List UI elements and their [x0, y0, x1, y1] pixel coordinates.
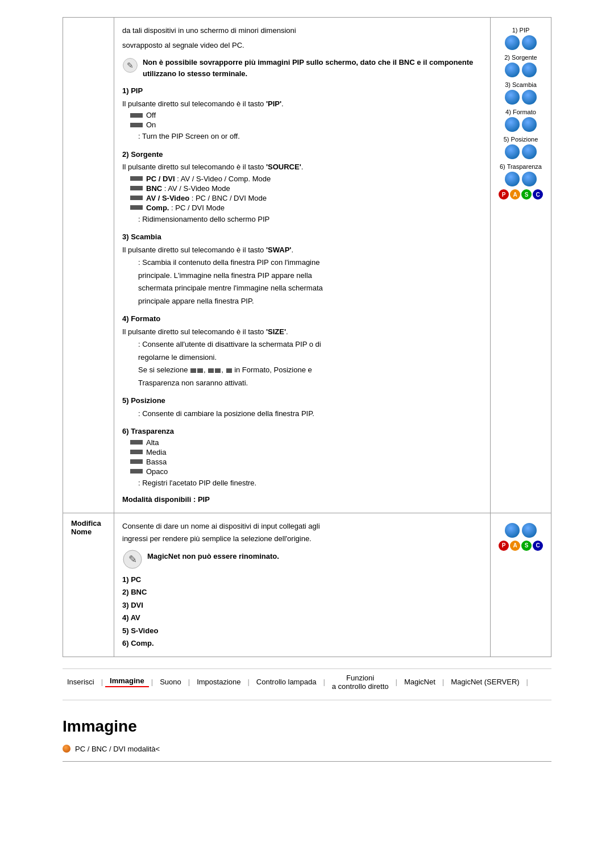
- scambia-buttons: [499, 89, 543, 105]
- right-icons-cell-modifica: P A S C: [491, 513, 551, 657]
- posizione-title: 5) Posizione: [122, 395, 482, 406]
- note-box-2: ✎ MagicNet non può essere rinominato.: [122, 549, 482, 570]
- modifica-pasc-a: A: [510, 541, 520, 551]
- top-line2: sovrapposto al segnale video del PC.: [122, 40, 482, 51]
- formato-btn-2: [522, 117, 537, 132]
- modifica-nome-content: Consente di dare un nome ai dispositivi …: [114, 513, 491, 657]
- modifica-item-5: 5) S-Video: [122, 625, 482, 637]
- modifica-btn-2: [522, 523, 537, 538]
- pasc-a: A: [510, 189, 520, 200]
- formato-buttons: [499, 117, 543, 132]
- sorgente-title: 2) Sorgente: [122, 149, 482, 160]
- sorgente-buttons: [499, 62, 543, 78]
- bottom-nav: Inserisci | Immagine | Suono | Impostazi…: [63, 668, 551, 695]
- modifica-pasc-s: S: [521, 541, 532, 551]
- nav-funzioni[interactable]: Funzionia controllo diretto: [327, 674, 393, 691]
- dash-icon-s3: [130, 196, 143, 200]
- right-icon-posizione: 5) Posizione: [499, 136, 543, 160]
- dash-icon-s2: [130, 186, 143, 190]
- trasparenza-btn-1: [505, 172, 520, 186]
- pip-buttons: [499, 35, 543, 51]
- right-label-scambia: 3) Scambia: [499, 81, 543, 88]
- nav-magicnet[interactable]: MagicNet: [400, 678, 440, 686]
- bullet-item-1: PC / BNC / DVI modalità<: [63, 745, 551, 753]
- modifica-item-6: 6) Comp.: [122, 638, 482, 649]
- right-icon-sorgente: 2) Sorgente: [499, 54, 543, 78]
- top-line1: da tali dispositivi in uno schermo di mi…: [122, 25, 482, 36]
- modifica-pasc-c: C: [533, 541, 543, 551]
- right-icons-cell-pip: 1) PIP 2) Sorgente 3) Scambia: [491, 18, 551, 513]
- nav-immagine[interactable]: Immagine: [105, 676, 149, 687]
- sq5: [226, 368, 232, 373]
- right-icon-formato: 4) Formato: [499, 109, 543, 132]
- modalita-text: Modalità disponibili : PIP: [122, 494, 482, 505]
- right-label-posizione: 5) Posizione: [499, 136, 543, 143]
- scambia-btn-1: [505, 90, 520, 105]
- formato-title: 4) Formato: [122, 313, 482, 325]
- dash-icon-s1: [130, 176, 143, 181]
- bullet-text: PC / BNC / DVI modalità<: [75, 745, 160, 753]
- nav-inserisci[interactable]: Inserisci: [63, 678, 99, 686]
- dash-icon-t1: [130, 440, 143, 445]
- scambia-desc1: : Scambia il contenuto della finestra PI…: [138, 257, 482, 268]
- formato-desc3: Se si selezione , , in Formato, Posizion…: [138, 364, 482, 376]
- scambia-desc3: schermata principale mentre l'immagine n…: [138, 283, 482, 294]
- scambia-desc2: principale. L'immagine nella finestra PI…: [138, 270, 482, 281]
- nav-impostazione[interactable]: Impostazione: [192, 678, 245, 686]
- dash-icon-t2: [130, 450, 143, 454]
- pasc-p: P: [499, 189, 509, 200]
- modifica-item-1: 1) PC: [122, 574, 482, 585]
- main-content-table: da tali dispositivi in uno schermo di mi…: [63, 17, 551, 657]
- bullet-circle: [63, 745, 70, 753]
- trasparenza-desc: : Registri l'acetato PIP delle finestre.: [138, 477, 482, 489]
- note-text-2: MagicNet non può essere rinominato.: [147, 551, 279, 562]
- pip-on-row: On: [130, 121, 482, 129]
- nav-controllo[interactable]: Controllo lampada: [252, 678, 321, 686]
- modifica-desc1: Consente di dare un nome ai dispositivi …: [122, 521, 482, 532]
- nav-magicnet-server[interactable]: MagicNet (SERVER): [446, 678, 524, 686]
- right-icon-scambia: 3) Scambia: [499, 81, 543, 105]
- modifica-nome-label-cell: Modifica Nome: [63, 513, 114, 657]
- formato-desc4: Trasparenza non saranno attivati.: [138, 377, 482, 389]
- modifica-desc2: ingressi per rendere più semplice la sel…: [122, 533, 482, 545]
- pip-title: 1) PIP: [122, 85, 482, 97]
- modifica-item-3: 3) DVI: [122, 600, 482, 611]
- sq3: [208, 368, 214, 373]
- sorgente-btn-2: [522, 63, 537, 77]
- posizione-buttons: [499, 144, 543, 160]
- pip-desc: : Turn the PIP Screen on or off.: [138, 131, 482, 142]
- modifica-item-4: 4) AV: [122, 612, 482, 624]
- trasparenza-item-media: Media: [130, 448, 482, 456]
- right-label-trasparenza: 6) Trasparenza: [499, 163, 543, 170]
- note-icon-1: ✎: [122, 55, 138, 76]
- pip-on-label: On: [146, 121, 156, 129]
- pasc-c: C: [533, 189, 543, 200]
- page-title-section: Immagine PC / BNC / DVI modalità<: [63, 717, 551, 762]
- trasparenza-item-bassa: Bassa: [130, 458, 482, 466]
- right-icon-modifica: P A S C: [499, 522, 543, 551]
- right-icon-pip: 1) PIP: [499, 27, 543, 51]
- note-text-1: Non è possibile sovrapporre più immagini…: [143, 57, 482, 79]
- page-title: Immagine: [63, 717, 551, 736]
- scambia-title: 3) Scambia: [122, 231, 482, 243]
- sorgente-item-3: AV / S-Video : PC / BNC / DVI Mode: [130, 194, 482, 202]
- sorgente-item-4: Comp. : PC / DVI Mode: [130, 203, 482, 212]
- pip-content-cell: da tali dispositivi in uno schermo di mi…: [114, 18, 491, 513]
- trasparenza-title: 6) Trasparenza: [122, 426, 482, 437]
- scambia-desc4: principale appare nella finestra PIP.: [138, 296, 482, 307]
- sorgente-item-1: PC / DVI : AV / S-Video / Comp. Mode: [130, 175, 482, 183]
- note-icon-2: ✎: [122, 549, 143, 570]
- sq4: [215, 368, 221, 373]
- modifica-label: Modifica: [71, 519, 101, 528]
- posizione-btn-1: [505, 144, 520, 159]
- pip-off-row: Off: [130, 111, 482, 119]
- formato-desc1: : Consente all'utente di disattivare la …: [138, 339, 482, 350]
- right-label-sorgente: 2) Sorgente: [499, 54, 543, 61]
- nav-suono[interactable]: Suono: [155, 678, 186, 686]
- sq1: [190, 368, 196, 373]
- scambia-btn-2: [522, 90, 537, 105]
- modifica-btn-1: [505, 523, 520, 538]
- dash-icon-t4: [130, 469, 143, 474]
- svg-text:✎: ✎: [128, 554, 137, 565]
- svg-text:✎: ✎: [127, 61, 134, 70]
